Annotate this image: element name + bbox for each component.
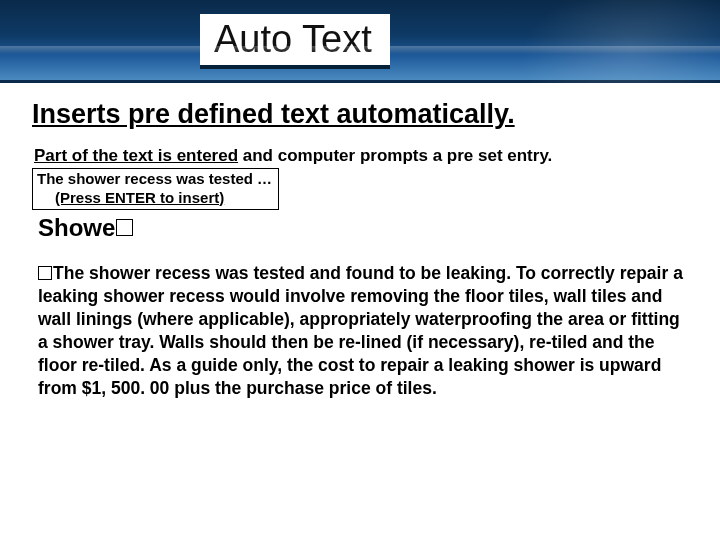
slide-title: Auto Text (214, 18, 372, 60)
expanded-paragraph: The shower recess was tested and found t… (32, 262, 688, 401)
title-wrap: Auto Text (0, 14, 720, 69)
typed-text: Showe (38, 214, 115, 241)
title-bar: Auto Text (200, 14, 390, 69)
tooltip-line2: (Press ENTER to insert) (37, 189, 272, 208)
typed-text-row: Showe (38, 214, 688, 242)
tooltip-line1: The shower recess was tested … (37, 170, 272, 189)
prompt-line-rest: and computer prompts a pre set entry. (238, 146, 552, 165)
slide-banner: Auto Text (0, 0, 720, 83)
prompt-line: Part of the text is entered and computer… (34, 146, 688, 166)
autotext-tooltip: The shower recess was tested … (Press EN… (32, 168, 279, 210)
prompt-line-underlined: Part of the text is entered (34, 146, 238, 165)
text-cursor-icon (116, 219, 133, 236)
bullet-box-icon (38, 266, 52, 280)
paragraph-text: The shower recess was tested and found t… (38, 263, 683, 398)
